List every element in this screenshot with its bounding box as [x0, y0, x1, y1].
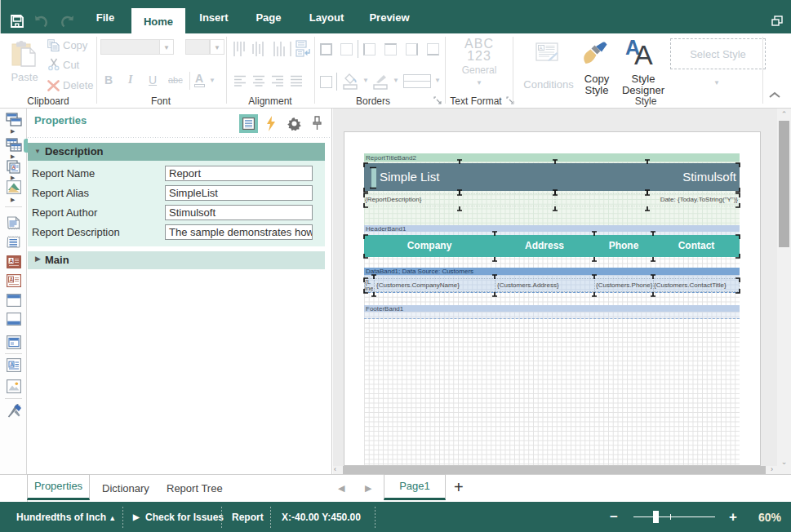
svg-text:A: A	[12, 165, 16, 170]
svg-text:A: A	[10, 361, 14, 367]
svg-text:A: A	[9, 258, 13, 264]
svg-text:A: A	[540, 46, 543, 51]
svg-text:A: A	[9, 277, 13, 282]
svg-text:A: A	[634, 39, 653, 68]
